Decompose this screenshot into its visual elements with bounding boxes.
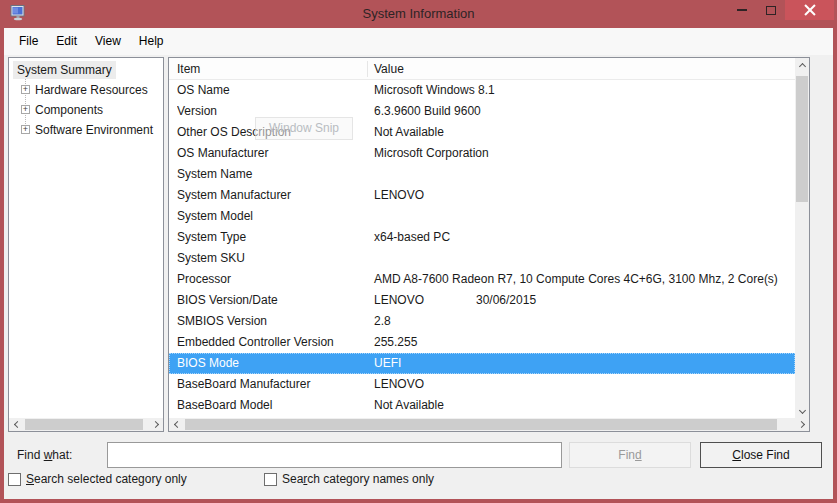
value-cell: 255.255 — [374, 332, 417, 353]
details-panel: Item Value OS NameMicrosoft Windows 8.1V… — [168, 57, 810, 432]
value-cell: x64-based PC — [374, 227, 450, 248]
scroll-left-icon[interactable] — [9, 418, 23, 431]
table-row[interactable]: Embedded Controller Version255.255 — [169, 332, 795, 353]
table-row[interactable]: SMBIOS Version2.8 — [169, 311, 795, 332]
table-row[interactable]: BaseBoard ManufacturerLENOVO — [169, 374, 795, 395]
item-cell: BIOS Mode — [177, 353, 367, 374]
search-category-names-checkbox[interactable]: Search category names only — [264, 471, 434, 487]
value2-cell: 30/06/2015 — [476, 290, 536, 311]
table-row[interactable]: BaseBoard ModelNot Available — [169, 395, 795, 416]
tree-item-label: Hardware Resources — [35, 80, 148, 100]
window-title: System Information — [0, 0, 837, 28]
tree-item-label: System Summary — [13, 61, 116, 79]
scrollbar-thumb[interactable] — [796, 76, 808, 202]
menu-view[interactable]: View — [86, 28, 130, 55]
menu-file[interactable]: File — [10, 28, 47, 55]
item-cell: System Type — [177, 227, 367, 248]
value-cell: Microsoft Corporation — [374, 143, 489, 164]
scroll-down-icon[interactable] — [795, 404, 809, 418]
scrollbar-thumb[interactable] — [185, 419, 777, 430]
tree-item-software-environment[interactable]: +Software Environment — [9, 120, 163, 140]
menu-bar: FileEditViewHelp — [4, 28, 833, 55]
list-header: Item Value — [169, 58, 795, 80]
value-cell: AMD A8-7600 Radeon R7, 10 Compute Cores … — [374, 269, 778, 290]
item-cell: System SKU — [177, 248, 367, 269]
item-cell: SMBIOS Version — [177, 311, 367, 332]
value-cell: Not Available — [374, 122, 444, 143]
table-row[interactable]: System SKU — [169, 248, 795, 269]
client-area: System Summary+Hardware Resources+Compon… — [4, 55, 833, 499]
expand-plus-icon[interactable]: + — [21, 105, 30, 114]
system-information-window: System Information FileEditViewHelp Syst… — [0, 0, 837, 503]
vertical-scrollbar[interactable] — [795, 58, 809, 418]
search-selected-category-checkbox[interactable]: Search selected category only — [8, 471, 187, 487]
value-cell: LENOVO — [374, 374, 424, 395]
minimize-button[interactable] — [727, 0, 757, 20]
value-cell: Microsoft Windows 8.1 — [374, 80, 495, 101]
tree-item-label: Software Environment — [35, 120, 153, 140]
titlebar[interactable]: System Information — [0, 0, 837, 28]
checkbox-icon — [8, 473, 21, 486]
close-icon — [804, 4, 816, 16]
tree-item-hardware-resources[interactable]: +Hardware Resources — [9, 80, 163, 100]
close-find-button[interactable]: Close Find — [700, 442, 822, 468]
expand-plus-icon[interactable]: + — [21, 85, 30, 94]
window-border-right — [833, 28, 837, 503]
item-cell: System Model — [177, 206, 367, 227]
scrollbar-thumb[interactable] — [25, 419, 143, 430]
item-cell: System Name — [177, 164, 367, 185]
tree-horizontal-scrollbar[interactable] — [9, 418, 163, 431]
table-row[interactable]: OS NameMicrosoft Windows 8.1 — [169, 80, 795, 101]
value-cell: 6.3.9600 Build 9600 — [374, 101, 481, 122]
close-button[interactable] — [785, 0, 834, 20]
value-cell: Not Available — [374, 395, 444, 416]
checkbox-label: Search category names only — [282, 472, 434, 486]
item-cell: Processor — [177, 269, 367, 290]
item-cell: BaseBoard Manufacturer — [177, 374, 367, 395]
item-cell: OS Manufacturer — [177, 143, 367, 164]
item-cell: System Manufacturer — [177, 185, 367, 206]
expand-plus-icon[interactable]: + — [21, 125, 30, 134]
column-header-item[interactable]: Item — [177, 58, 200, 80]
table-row[interactable]: BIOS Version/DateLENOVO30/06/2015 — [169, 290, 795, 311]
window-border-bottom — [0, 499, 837, 503]
maximize-icon — [766, 6, 776, 15]
scroll-right-icon[interactable] — [795, 418, 809, 431]
horizontal-scrollbar[interactable] — [169, 418, 809, 431]
checkbox-icon — [264, 473, 277, 486]
tree-item-components[interactable]: +Components — [9, 100, 163, 120]
column-header-value[interactable]: Value — [374, 58, 404, 80]
category-tree: System Summary+Hardware Resources+Compon… — [9, 60, 163, 140]
item-cell: BaseBoard Model — [177, 395, 367, 416]
table-row[interactable]: System Typex64-based PC — [169, 227, 795, 248]
window-snip-ghost: Window Snip — [255, 117, 353, 140]
table-row[interactable]: ProcessorAMD A8-7600 Radeon R7, 10 Compu… — [169, 269, 795, 290]
menu-edit[interactable]: Edit — [47, 28, 86, 55]
item-cell: BIOS Version/Date — [177, 290, 367, 311]
table-row[interactable]: OS ManufacturerMicrosoft Corporation — [169, 143, 795, 164]
menu-help[interactable]: Help — [130, 28, 173, 55]
value-cell: LENOVO — [374, 185, 424, 206]
column-divider[interactable] — [367, 61, 368, 77]
checkbox-label: Search selected category only — [26, 472, 187, 486]
minimize-icon — [737, 9, 747, 11]
scroll-right-icon[interactable] — [149, 418, 163, 431]
scroll-up-icon[interactable] — [795, 58, 809, 72]
find-what-label: Find what: — [17, 442, 72, 468]
category-tree-panel: System Summary+Hardware Resources+Compon… — [8, 57, 164, 432]
value-cell: UEFI — [374, 353, 401, 374]
value-cell: 2.8 — [374, 311, 391, 332]
item-cell: Embedded Controller Version — [177, 332, 367, 353]
find-input[interactable] — [107, 442, 562, 468]
maximize-button[interactable] — [757, 0, 785, 20]
tree-item-label: Components — [35, 100, 103, 120]
item-cell: OS Name — [177, 80, 367, 101]
table-row[interactable]: System Model — [169, 206, 795, 227]
scroll-left-icon[interactable] — [169, 418, 183, 431]
value-cell: LENOVO — [374, 290, 424, 311]
table-row[interactable]: System ManufacturerLENOVO — [169, 185, 795, 206]
tree-item-system-summary[interactable]: System Summary — [9, 60, 163, 80]
find-button[interactable]: Find — [569, 442, 691, 468]
table-row[interactable]: BIOS ModeUEFI — [169, 353, 795, 374]
table-row[interactable]: System Name — [169, 164, 795, 185]
